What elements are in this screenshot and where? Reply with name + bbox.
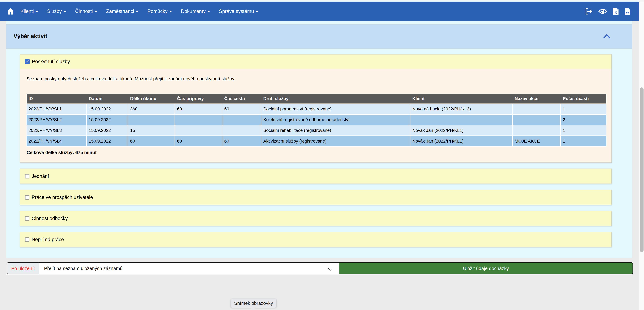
cell-nazev-akce: MOJE AKCE — [513, 136, 561, 147]
cell-nazev-akce — [513, 104, 561, 115]
home-icon[interactable] — [7, 8, 14, 15]
cell-datum: 15.09.2022 — [87, 104, 128, 115]
table-row[interactable]: 2022/PH/VY/SL3 15.09.2022 15 Sociální re… — [26, 125, 606, 136]
panel-poskytnuti-sluzby-body: Seznam poskytnutých služeb a celková dél… — [20, 69, 612, 162]
col-header: Čas přípravy — [175, 94, 222, 104]
panel-label[interactable]: Jednání — [32, 173, 49, 179]
nav-item-label: Zaměstnanci — [106, 9, 134, 14]
cell-delka: 60 — [128, 136, 175, 147]
table-row[interactable]: 2022/PH/VY/SL2 15.09.2022 Kolektivní reg… — [26, 115, 606, 125]
panel-label[interactable]: Poskytnutí služby — [32, 59, 70, 64]
cell-delka: 15 — [128, 125, 175, 136]
logout-icon[interactable] — [585, 8, 593, 15]
cell-cas-pripravy: 60 — [175, 104, 222, 115]
cell-cas-cesta: 60 — [222, 136, 262, 147]
panel-description: Seznam poskytnutých služeb a celková dél… — [26, 76, 608, 81]
caret-down-icon — [256, 11, 258, 13]
cell-cas-cesta — [222, 115, 262, 125]
services-table: ID Datum Délka úkonu Čas přípravy Čas ce… — [26, 94, 606, 147]
page-title: Výběr aktivit — [14, 33, 47, 40]
cell-klient: Novák Jan (2022/PH/KL1) — [410, 125, 513, 136]
col-header: Datum — [87, 94, 128, 104]
tooltip-arrow — [250, 307, 256, 310]
table-row[interactable]: 2022/PH/VY/SL4 15.09.2022 60 60 60 Aktiv… — [26, 136, 606, 147]
cell-delka — [128, 115, 175, 125]
caret-down-icon — [136, 11, 139, 13]
cell-druh-sluzby: Aktivizační služby (registrované) — [262, 136, 410, 147]
panel-label[interactable]: Práce ve prospěch uživatele — [32, 195, 93, 200]
after-save-select[interactable]: Přejít na seznam uložených záznamů — [39, 262, 339, 274]
panel-jednani-header: Jednání — [20, 169, 612, 183]
cell-nazev-akce — [513, 125, 561, 136]
cell-cas-pripravy — [175, 125, 222, 136]
nav-item-zamestnanci[interactable]: Zaměstnanci — [106, 9, 138, 14]
panel-cinnost-odbocky-header: Činnost odbočky — [20, 211, 612, 226]
caret-down-icon — [64, 11, 66, 13]
panel-jednani: Jednání — [20, 169, 612, 184]
total-duration-text: Celková délka služby: 675 minut — [26, 150, 608, 155]
panel-prace-ve-prospech-uzivatele: Práce ve prospěch uživatele — [20, 190, 612, 205]
top-navbar: Klienti Služby Činnosti Zaměstnanci Pomů… — [0, 2, 639, 21]
col-header: Čas cesta — [222, 94, 262, 104]
nav-item-cinnosti[interactable]: Činnosti — [75, 9, 97, 14]
checkbox-jednani[interactable] — [25, 174, 30, 178]
cell-druh-sluzby: Socialní poradenství (registrované) — [262, 104, 410, 115]
navbar-icon-group: x w — [585, 8, 632, 15]
cell-cas-pripravy: 60 — [175, 136, 222, 147]
nav-item-sluzby[interactable]: Služby — [47, 9, 66, 14]
nav-item-dokumenty[interactable]: Dokumenty — [181, 9, 210, 14]
col-header: Délka úkonu — [128, 94, 175, 104]
cell-id: 2022/PH/VY/SL4 — [26, 136, 87, 147]
content-card: Výběr aktivit Poskytnutí služby Seznam p… — [6, 21, 632, 258]
nav-item-label: Činnosti — [75, 9, 93, 14]
panel-neprima-prace: Nepřímá práce — [20, 232, 612, 247]
collapse-chevron-up-icon[interactable] — [603, 34, 610, 39]
cell-cas-cesta: 60 — [222, 104, 262, 115]
panel-cinnost-odbocky: Činnost odbočky — [20, 211, 612, 226]
excel-export-icon[interactable]: x — [613, 8, 619, 15]
cell-datum: 15.09.2022 — [87, 125, 128, 136]
cell-datum: 15.09.2022 — [87, 115, 128, 125]
nav-item-klienti[interactable]: Klienti — [20, 9, 38, 14]
checkbox-cinnost-odbocky[interactable] — [25, 216, 30, 221]
save-attendance-button[interactable]: Uložit údaje docházky — [339, 262, 633, 274]
after-save-label: Po uložení: — [7, 262, 39, 274]
checkbox-prace-ve-prospech[interactable] — [25, 195, 30, 200]
cell-klient: Novák Jan (2022/PH/KL1) — [410, 136, 513, 147]
eye-icon[interactable] — [598, 8, 607, 15]
cell-id: 2022/PH/VY/SL2 — [26, 115, 87, 125]
save-footer-bar: Po uložení: Přejít na seznam uložených z… — [7, 262, 633, 274]
nav-item-label: Správa systému — [219, 9, 254, 14]
cell-pocet-ucasti: 1 — [561, 136, 606, 147]
table-header-row: ID Datum Délka úkonu Čas přípravy Čas ce… — [26, 94, 606, 104]
main-menu: Klienti Služby Činnosti Zaměstnanci Pomů… — [20, 9, 258, 14]
top-strip — [0, 0, 644, 2]
checkbox-neprima-prace[interactable] — [25, 237, 30, 242]
nav-item-label: Služby — [47, 9, 62, 14]
checkbox-poskytnuti-sluzby[interactable] — [25, 59, 30, 64]
panel-label[interactable]: Nepřímá práce — [32, 237, 64, 242]
chevron-down-icon — [328, 267, 333, 272]
panel-label[interactable]: Činnost odbočky — [32, 216, 68, 221]
panel-prace-header: Práce ve prospěch uživatele — [20, 190, 612, 205]
scrollbar[interactable] — [639, 2, 644, 310]
caret-down-icon — [169, 11, 172, 13]
nav-item-pomucky[interactable]: Pomůcky — [148, 9, 172, 14]
section-header-vyber-aktivit[interactable]: Výběr aktivit — [6, 25, 632, 49]
cell-delka: 360 — [128, 104, 175, 115]
panel-poskytnuti-sluzby-header: Poskytnutí služby — [20, 55, 612, 69]
scrollbar-thumb[interactable] — [640, 87, 644, 252]
col-header: Název akce — [513, 94, 561, 104]
table-row[interactable]: 2022/PH/VY/SL1 15.09.2022 360 60 60 Soci… — [26, 104, 606, 115]
caret-down-icon — [207, 11, 210, 13]
caret-down-icon — [36, 11, 38, 13]
nav-item-sprava-systemu[interactable]: Správa systému — [219, 9, 258, 14]
word-export-icon[interactable]: w — [624, 8, 630, 15]
panel-neprima-prace-header: Nepřímá práce — [20, 232, 612, 247]
nav-item-label: Klienti — [20, 9, 34, 14]
cell-klient — [410, 115, 513, 125]
cell-datum: 15.09.2022 — [87, 136, 128, 147]
col-header: ID — [26, 94, 87, 104]
screenshot-tooltip: Snímek obrazovky — [230, 299, 276, 308]
col-header: Druh služby — [262, 94, 410, 104]
